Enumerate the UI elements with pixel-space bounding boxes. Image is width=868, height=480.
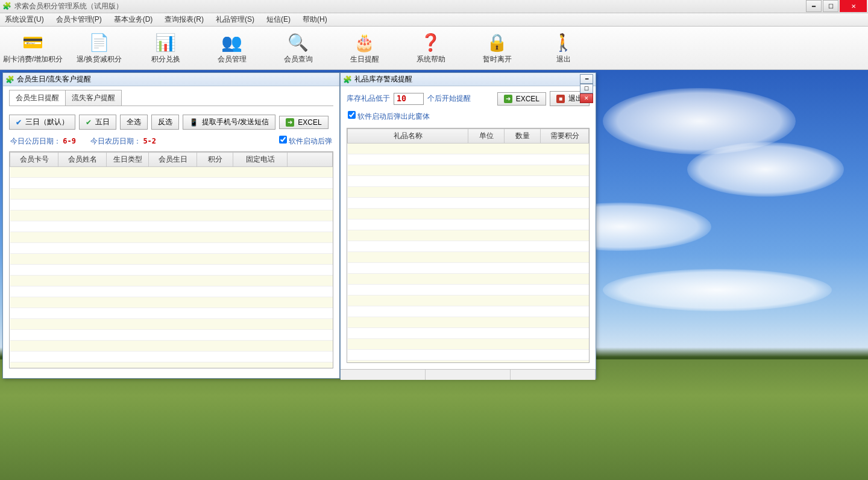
gift-popup-checkbox-input[interactable] <box>348 111 356 119</box>
gift-table[interactable]: 礼品名称 单位 数量 需要积分 <box>347 128 590 363</box>
five-days-button[interactable]: ✔五日 <box>79 115 116 130</box>
col-qty[interactable]: 数量 <box>505 129 541 144</box>
app-title: 求索会员积分管理系统（试用版） <box>14 1 123 11</box>
table-row[interactable] <box>348 252 589 263</box>
tool-system-help[interactable]: ❓系统帮助 <box>398 27 464 69</box>
gift-close-button[interactable]: ✕ <box>580 93 593 103</box>
gift-window-titlebar[interactable]: 🧩 礼品库存警戒提醒 ━ ☐ ✕ <box>341 73 596 86</box>
gift-popup-checkbox[interactable]: 软件启动后弹出此窗体 <box>348 112 430 121</box>
invert-select-button[interactable]: 反选 <box>151 115 179 130</box>
table-row[interactable] <box>348 198 589 209</box>
table-row[interactable] <box>348 219 589 230</box>
table-row[interactable] <box>348 317 589 328</box>
menu-member-card[interactable]: 会员卡管理(P) <box>54 13 104 26</box>
tool-swipe-consume[interactable]: 💳刷卡消费/增加积分 <box>0 27 66 69</box>
maximize-button[interactable]: ☐ <box>823 0 838 12</box>
table-row[interactable] <box>10 308 333 319</box>
select-all-button[interactable]: 全选 <box>120 115 148 130</box>
table-row[interactable] <box>348 263 589 274</box>
table-row[interactable] <box>10 178 333 189</box>
tool-return-reduce[interactable]: 📄退/换货减积分 <box>66 27 133 69</box>
table-row[interactable] <box>348 144 589 154</box>
table-row[interactable] <box>348 306 589 317</box>
table-row[interactable] <box>348 361 589 364</box>
table-row[interactable] <box>10 319 333 330</box>
menu-system-settings[interactable]: 系统设置(U) <box>2 13 46 26</box>
col-need-points[interactable]: 需要积分 <box>541 129 589 144</box>
birthday-toolbar: ✔三日（默认） ✔五日 全选 反选 📱提取手机号/发送短信 ➜EXCEL <box>3 110 339 134</box>
table-row[interactable] <box>10 232 333 243</box>
gift-maximize-button[interactable]: ☐ <box>580 84 593 93</box>
app-icon: 🧩 <box>5 75 14 84</box>
gift-window-controls: ━ ☐ ✕ <box>578 74 593 103</box>
tool-lock[interactable]: 🔒暂时离开 <box>464 27 530 69</box>
col-gift-name[interactable]: 礼品名称 <box>348 129 468 144</box>
table-row[interactable] <box>10 254 333 265</box>
table-row[interactable] <box>10 200 333 210</box>
three-days-button[interactable]: ✔三日（默认） <box>9 115 75 130</box>
menu-query-report[interactable]: 查询报表(R) <box>162 13 206 26</box>
tool-exit[interactable]: 🚶退出 <box>530 27 597 69</box>
table-row[interactable] <box>348 328 589 339</box>
minimize-button[interactable]: ━ <box>806 0 822 12</box>
col-card-no[interactable]: 会员卡号 <box>10 153 58 167</box>
col-member-name[interactable]: 会员姓名 <box>58 153 107 167</box>
tab-member-birthday[interactable]: 会员生日提醒 <box>9 90 66 106</box>
table-row[interactable] <box>348 339 589 350</box>
table-row[interactable] <box>348 285 589 295</box>
gift-minimize-button[interactable]: ━ <box>580 74 593 84</box>
tool-member-manage[interactable]: 👥会员管理 <box>199 27 265 69</box>
tool-birthday-remind[interactable]: 🎂生日提醒 <box>332 27 398 69</box>
table-row[interactable] <box>10 297 333 308</box>
tab-lost-customer[interactable]: 流失客户提醒 <box>65 90 122 106</box>
table-row[interactable] <box>348 165 589 176</box>
close-button[interactable]: ✕ <box>840 0 867 12</box>
gift-data-table: 礼品名称 单位 数量 需要积分 <box>347 128 589 363</box>
col-unit[interactable]: 单位 <box>468 129 505 144</box>
gift-excel-button[interactable]: ➜EXCEL <box>497 92 546 106</box>
check-icon: ✔ <box>86 118 92 127</box>
birthday-window-title: 会员生日/流失客户提醒 <box>17 74 91 84</box>
threshold-input[interactable] <box>394 93 424 105</box>
table-row[interactable] <box>10 221 333 232</box>
table-row[interactable] <box>348 274 589 285</box>
table-row[interactable] <box>348 176 589 187</box>
table-row[interactable] <box>348 295 589 306</box>
table-row[interactable] <box>10 276 333 286</box>
stop-icon: ■ <box>556 95 565 103</box>
col-phone[interactable]: 固定电话 <box>233 153 288 167</box>
col-extra[interactable] <box>288 153 333 167</box>
menu-sms[interactable]: 短信(E) <box>264 13 293 26</box>
table-row[interactable] <box>10 352 333 362</box>
menu-help[interactable]: 帮助(H) <box>300 13 330 26</box>
popup-checkbox-input[interactable] <box>279 136 287 144</box>
col-points[interactable]: 积分 <box>197 153 233 167</box>
table-row[interactable] <box>10 189 333 200</box>
menu-basic-business[interactable]: 基本业务(D) <box>112 13 156 26</box>
table-row[interactable] <box>10 330 333 341</box>
birthday-table[interactable]: 会员卡号 会员姓名 生日类型 会员生日 积分 固定电话 <box>9 151 333 368</box>
table-row[interactable] <box>348 230 589 241</box>
table-row[interactable] <box>348 350 589 361</box>
table-row[interactable] <box>348 154 589 165</box>
table-row[interactable] <box>348 187 589 198</box>
tool-points-exchange[interactable]: 📊积分兑换 <box>133 27 199 69</box>
tool-member-query[interactable]: 🔍会员查询 <box>265 27 332 69</box>
table-row[interactable] <box>10 210 333 221</box>
table-row[interactable] <box>10 265 333 276</box>
table-row[interactable] <box>10 243 333 254</box>
excel-button[interactable]: ➜EXCEL <box>279 116 328 129</box>
gift-popup-checkbox-row: 软件启动后弹出此窗体 <box>341 111 596 124</box>
table-row[interactable] <box>10 341 333 352</box>
col-birthday[interactable]: 会员生日 <box>149 153 197 167</box>
birthday-window-titlebar[interactable]: 🧩 会员生日/流失客户提醒 <box>3 73 339 86</box>
table-row[interactable] <box>10 167 333 178</box>
table-row[interactable] <box>10 286 333 297</box>
table-row[interactable] <box>10 362 333 369</box>
popup-on-start-checkbox[interactable]: 软件启动后弹 <box>279 136 332 147</box>
table-row[interactable] <box>348 209 589 219</box>
table-row[interactable] <box>348 241 589 252</box>
extract-phone-button[interactable]: 📱提取手机号/发送短信 <box>183 115 275 130</box>
menu-gift[interactable]: 礼品管理(S) <box>213 13 257 26</box>
col-birthday-type[interactable]: 生日类型 <box>107 153 149 167</box>
